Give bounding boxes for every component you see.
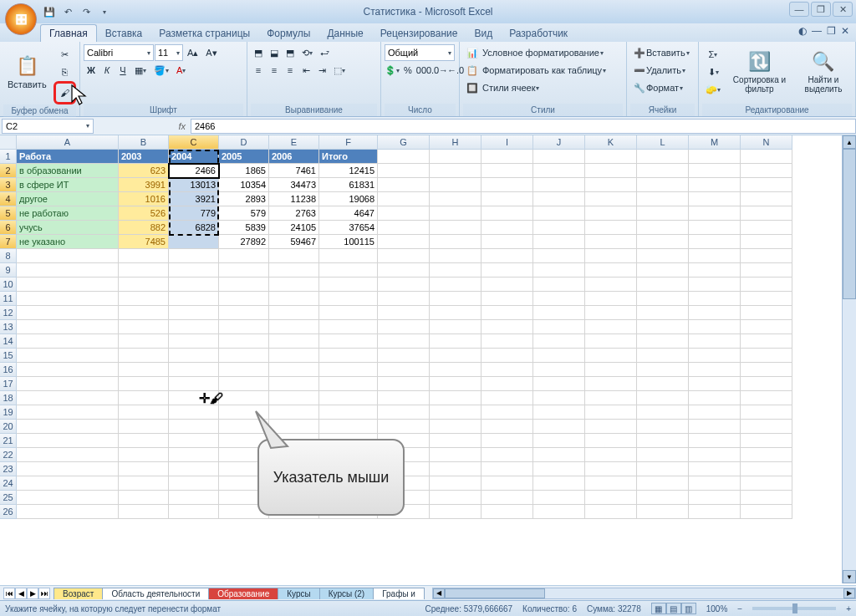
cell[interactable] <box>169 235 219 249</box>
cell[interactable] <box>741 206 792 221</box>
cell[interactable] <box>430 320 482 334</box>
cell[interactable] <box>119 462 169 476</box>
cell[interactable] <box>533 277 585 292</box>
scroll-right-icon[interactable]: ▶ <box>843 588 855 598</box>
cell[interactable] <box>585 277 637 292</box>
sheet-tab[interactable]: Графы и <box>373 588 425 599</box>
conditional-formatting-button[interactable]: 📊 Условное форматирование ▾ <box>463 44 622 61</box>
cell[interactable] <box>430 363 482 377</box>
cell[interactable] <box>585 192 637 206</box>
cell[interactable] <box>637 334 689 349</box>
row-header[interactable]: 8 <box>0 249 17 263</box>
tab-page-layout[interactable]: Разметка страницы <box>150 25 258 42</box>
cell[interactable] <box>119 334 169 349</box>
cell[interactable] <box>741 277 792 292</box>
cell[interactable] <box>119 434 169 448</box>
cell[interactable] <box>637 249 689 263</box>
row-label-cell[interactable]: не работаю <box>17 206 119 221</box>
cell[interactable] <box>17 491 119 505</box>
row-header[interactable]: 1 <box>0 150 17 164</box>
cell[interactable] <box>637 292 689 306</box>
cell[interactable] <box>378 164 430 178</box>
cell[interactable] <box>533 320 585 334</box>
cell[interactable] <box>430 178 482 192</box>
cell[interactable] <box>741 349 792 363</box>
cell[interactable] <box>637 377 689 391</box>
cell[interactable] <box>119 377 169 391</box>
table-header-cell[interactable]: Итого <box>319 150 378 164</box>
cell[interactable] <box>741 164 792 178</box>
cell[interactable] <box>17 320 119 334</box>
fill-color-button[interactable]: 🪣▾ <box>150 62 172 79</box>
autosum-button[interactable]: Σ▾ <box>702 46 724 63</box>
cell[interactable] <box>585 150 637 164</box>
row-label-cell[interactable]: другое <box>17 192 119 206</box>
cell[interactable] <box>169 320 219 334</box>
cell[interactable] <box>17 249 119 263</box>
qat-dropdown-icon[interactable]: ▾ <box>97 4 112 19</box>
tab-home[interactable]: Главная <box>40 24 97 42</box>
row-header[interactable]: 15 <box>0 349 17 363</box>
row-header[interactable]: 10 <box>0 277 17 292</box>
cell[interactable] <box>119 277 169 292</box>
cell[interactable] <box>637 206 689 221</box>
cell[interactable] <box>269 263 319 277</box>
align-right-button[interactable]: ≡ <box>283 62 298 79</box>
cell[interactable]: 4647 <box>319 206 378 221</box>
cell[interactable] <box>533 420 585 434</box>
fx-icon[interactable]: fx <box>178 121 186 131</box>
cell[interactable] <box>169 334 219 349</box>
cell[interactable] <box>689 221 741 235</box>
cell[interactable]: 5839 <box>219 221 269 235</box>
cell[interactable] <box>482 306 533 320</box>
cell[interactable] <box>430 235 482 249</box>
row-header[interactable]: 4 <box>0 192 17 206</box>
cell[interactable] <box>319 391 378 405</box>
cell[interactable] <box>319 377 378 391</box>
clear-button[interactable]: 🧽▾ <box>702 81 724 98</box>
cell[interactable] <box>169 306 219 320</box>
cell[interactable] <box>378 334 430 349</box>
currency-button[interactable]: 💲▾ <box>385 62 400 79</box>
cell[interactable] <box>482 377 533 391</box>
row-header[interactable]: 22 <box>0 448 17 462</box>
cell[interactable] <box>585 420 637 434</box>
cell[interactable] <box>119 505 169 519</box>
cell[interactable] <box>119 363 169 377</box>
cell[interactable] <box>119 405 169 420</box>
cell[interactable] <box>533 178 585 192</box>
row-header[interactable]: 25 <box>0 491 17 505</box>
row-header[interactable]: 20 <box>0 420 17 434</box>
insert-cells-button[interactable]: ➕ Вставить▾ <box>630 44 696 61</box>
cell[interactable] <box>637 164 689 178</box>
cell[interactable] <box>585 263 637 277</box>
cell[interactable] <box>17 391 119 405</box>
column-header[interactable]: L <box>637 135 689 150</box>
cell[interactable]: 3991 <box>119 178 169 192</box>
row-header[interactable]: 6 <box>0 221 17 235</box>
cell[interactable] <box>430 448 482 462</box>
cell[interactable] <box>17 277 119 292</box>
cell[interactable] <box>219 292 269 306</box>
cell[interactable] <box>637 349 689 363</box>
row-header[interactable]: 11 <box>0 292 17 306</box>
cell[interactable] <box>169 292 219 306</box>
doc-close-button[interactable]: ✕ <box>841 25 849 37</box>
cell[interactable] <box>689 349 741 363</box>
wrap-text-button[interactable]: ⮐ <box>317 44 333 61</box>
cell[interactable] <box>585 363 637 377</box>
cell[interactable] <box>430 263 482 277</box>
cell[interactable] <box>17 476 119 491</box>
page-layout-view-button[interactable]: ▤ <box>666 603 681 614</box>
format-as-table-button[interactable]: 📋 Форматировать как таблицу ▾ <box>463 62 622 79</box>
copy-button[interactable]: ⎘ <box>54 64 76 80</box>
cell[interactable] <box>533 221 585 235</box>
cell[interactable] <box>689 391 741 405</box>
font-color-button[interactable]: A▾ <box>173 62 189 79</box>
cell[interactable] <box>533 491 585 505</box>
cell[interactable] <box>219 363 269 377</box>
cell[interactable]: 10354 <box>219 178 269 192</box>
cell[interactable] <box>319 363 378 377</box>
cell[interactable] <box>637 476 689 491</box>
row-label-cell[interactable]: в сфере ИТ <box>17 178 119 192</box>
